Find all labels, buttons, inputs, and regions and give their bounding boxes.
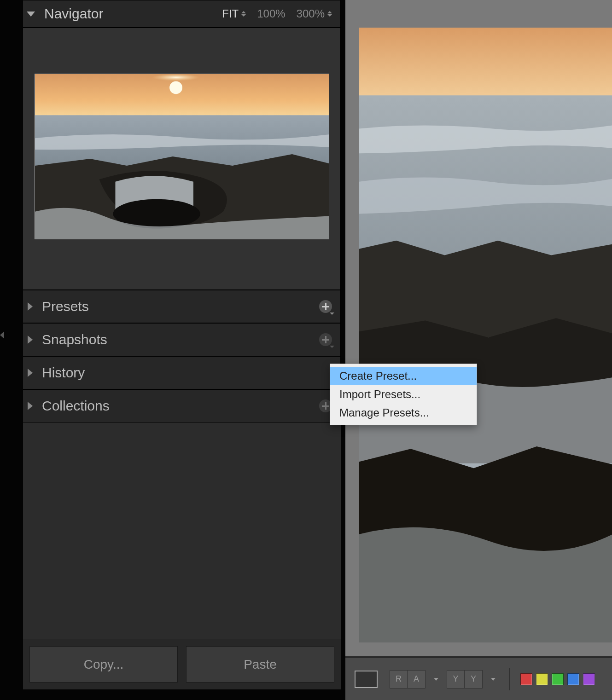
label-blue[interactable] [567,673,579,685]
dropdown-icon[interactable] [434,678,438,681]
svg-point-2 [169,81,182,94]
panel-snapshots[interactable]: Snapshots [23,323,341,356]
navigator-title: Navigator [44,6,222,22]
compare-y2[interactable]: Y [465,671,482,688]
before-after-group: R A [390,670,425,688]
label-purple[interactable] [583,673,595,685]
zoom-fit[interactable]: FIT [222,7,246,20]
zoom-300[interactable]: 300% [297,7,332,20]
after-a[interactable]: A [408,671,425,688]
expand-icon[interactable] [28,336,33,344]
updown-icon[interactable] [327,11,332,17]
navigator-preview [23,28,341,290]
label-yellow[interactable] [536,673,548,685]
expand-icon[interactable] [28,402,33,410]
panels-column: Navigator FIT 100% 300% [23,0,341,689]
left-panel: Navigator FIT 100% 300% [0,0,345,700]
left-panel-expand-icon[interactable] [0,331,6,341]
color-label-swatches [520,673,595,685]
menu-manage-presets[interactable]: Manage Presets... [330,404,477,422]
dropdown-icon[interactable] [491,678,495,681]
zoom-300-label: 300% [297,7,325,20]
svg-rect-1 [35,74,329,117]
zoom-controls: FIT 100% 300% [222,7,332,20]
menu-import-presets[interactable]: Import Presets... [330,385,477,404]
compare-group: Y Y [447,670,483,688]
label-red[interactable] [520,673,532,685]
main-area: R A Y Y [345,0,612,700]
panel-presets[interactable]: Presets [23,290,341,323]
collapse-icon[interactable] [27,12,35,17]
menu-create-preset[interactable]: Create Preset... [330,367,477,385]
add-snapshot-button[interactable] [319,333,332,346]
panel-collections[interactable]: Collections [23,389,341,422]
copy-button[interactable]: Copy... [29,646,178,683]
main-image-viewport[interactable] [359,28,612,642]
paste-button[interactable]: Paste [186,646,334,683]
updown-icon[interactable] [241,11,246,17]
add-preset-button[interactable] [319,300,332,313]
before-r[interactable]: R [390,671,408,688]
svg-rect-5 [359,28,612,100]
toolbar: R A Y Y [345,656,612,700]
expand-icon[interactable] [28,369,33,377]
zoom-fit-label: FIT [222,7,239,20]
loupe-view-icon[interactable] [355,671,378,688]
label-green[interactable] [552,673,564,685]
compare-y1[interactable]: Y [447,671,465,688]
toolbar-divider [509,668,510,690]
zoom-100[interactable]: 100% [257,7,285,20]
snapshots-label: Snapshots [42,332,319,347]
panel-empty-area [23,422,341,639]
expand-icon[interactable] [28,302,33,311]
bottom-bar: Copy... Paste [23,639,341,689]
history-label: History [42,365,332,381]
navigator-thumbnail[interactable] [35,74,329,239]
collections-label: Collections [42,398,319,414]
zoom-100-label: 100% [257,7,285,20]
navigator-header[interactable]: Navigator FIT 100% 300% [23,0,341,28]
panel-history[interactable]: History [23,356,341,389]
presets-label: Presets [42,299,319,314]
preset-context-menu: Create Preset... Import Presets... Manag… [330,364,477,425]
